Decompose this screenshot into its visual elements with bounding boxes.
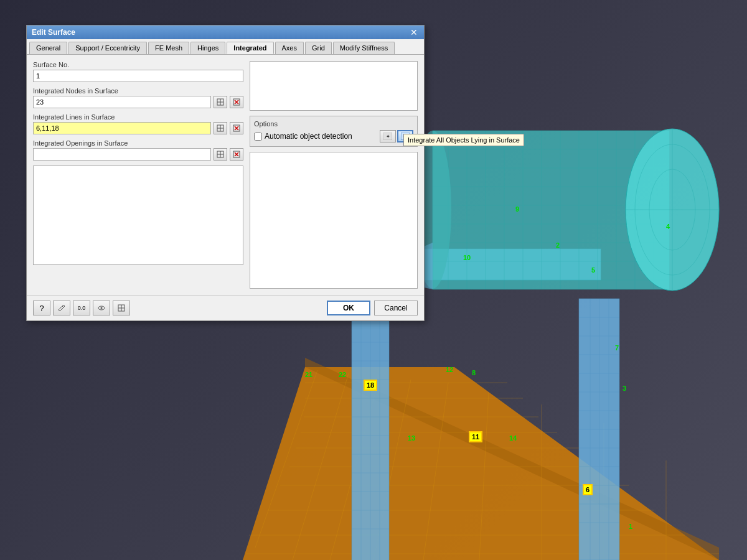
- scene-label-3: 3: [622, 385, 626, 392]
- integrated-openings-input[interactable]: [33, 148, 211, 161]
- svg-line-4: [330, 376, 380, 560]
- integrated-lines-pick-btn[interactable]: [214, 122, 227, 134]
- integrated-openings-pick-btn[interactable]: [214, 148, 227, 161]
- integrate-all-objects-btn[interactable]: ⊕: [397, 130, 413, 142]
- integrated-openings-input-row: [33, 148, 243, 161]
- close-button[interactable]: ✕: [409, 28, 419, 37]
- footer-left-buttons: ? 0.0: [33, 301, 130, 315]
- integrated-nodes-pick-btn[interactable]: [214, 96, 227, 108]
- scene-label-5: 5: [591, 266, 595, 274]
- integrated-lines-row: Integrated Lines in Surface: [33, 113, 243, 134]
- view-button[interactable]: [93, 301, 110, 315]
- scene-label-14: 14: [509, 434, 517, 442]
- tab-hinges[interactable]: Hinges: [190, 42, 225, 54]
- svg-point-82: [626, 129, 719, 291]
- scene-label-4: 4: [666, 223, 670, 230]
- edit-surface-dialog: Edit Surface ✕ General Support / Eccentr…: [26, 25, 425, 321]
- dialog-body: Surface No. Integrated Nodes in Surface: [27, 55, 424, 295]
- tab-fe-mesh[interactable]: FE Mesh: [148, 42, 189, 54]
- integrated-nodes-input[interactable]: [33, 96, 211, 108]
- auto-detect-label: Automatic object detection: [265, 132, 352, 141]
- svg-rect-59: [433, 131, 669, 289]
- numeric-button[interactable]: 0.0: [73, 301, 90, 315]
- svg-rect-60: [433, 131, 669, 289]
- tab-general[interactable]: General: [29, 42, 67, 54]
- right-bottom-empty: [250, 152, 418, 289]
- integrated-openings-delete-btn[interactable]: [230, 148, 243, 161]
- right-top-empty: [250, 61, 418, 111]
- extra-button[interactable]: [113, 301, 130, 315]
- scene-label-8: 8: [472, 369, 476, 376]
- scene-label-12: 12: [446, 366, 453, 373]
- scene-label-18: 18: [364, 380, 377, 391]
- integrated-nodes-input-row: [33, 96, 243, 108]
- tab-axes[interactable]: Axes: [275, 42, 304, 54]
- surface-no-row: Surface No.: [33, 61, 243, 82]
- large-empty-area: [33, 166, 243, 265]
- tab-integrated[interactable]: Integrated: [227, 42, 273, 54]
- svg-text:✦: ✦: [386, 134, 390, 139]
- cancel-button[interactable]: Cancel: [374, 301, 418, 315]
- svg-line-6: [423, 383, 448, 560]
- svg-point-86: [635, 144, 710, 275]
- surface-no-label: Surface No.: [33, 61, 243, 68]
- surface-no-input[interactable]: [33, 70, 243, 82]
- svg-rect-41: [579, 299, 619, 560]
- scene-label-11: 11: [469, 431, 482, 442]
- options-icon-group: ✦ ⊕: [380, 130, 413, 142]
- svg-point-113: [101, 307, 103, 309]
- main-content: Surface No. Integrated Nodes in Surface: [33, 61, 418, 289]
- svg-line-3: [293, 373, 349, 560]
- integrated-lines-label: Integrated Lines in Surface: [33, 113, 243, 121]
- tab-support-eccentricity[interactable]: Support / Eccentricity: [68, 42, 147, 54]
- options-label: Options: [254, 120, 413, 128]
- scene-label-21: 21: [305, 371, 312, 378]
- dialog-titlebar: Edit Surface ✕: [27, 26, 424, 39]
- auto-detect-checkbox[interactable]: [254, 133, 262, 141]
- scene-label-9: 9: [515, 205, 519, 213]
- svg-point-81: [626, 129, 719, 291]
- svg-line-5: [374, 380, 411, 560]
- footer-right-buttons: OK Cancel: [327, 301, 418, 315]
- integrated-nodes-row: Integrated Nodes in Surface: [33, 87, 243, 108]
- scene-label-13: 13: [408, 434, 415, 442]
- tab-modify-stiffness[interactable]: Modify Stiffness: [333, 42, 395, 54]
- integrated-lines-input[interactable]: [33, 122, 211, 134]
- ok-button[interactable]: OK: [327, 301, 370, 315]
- scene-label-7: 7: [615, 344, 619, 352]
- integrated-nodes-label: Integrated Nodes in Surface: [33, 87, 243, 95]
- scene-label-1: 1: [629, 523, 632, 530]
- integrated-openings-row: Integrated Openings in Surface: [33, 139, 243, 161]
- auto-detect-left: Automatic object detection: [254, 132, 352, 141]
- scene-label-2: 2: [556, 241, 560, 249]
- svg-line-2: [255, 370, 317, 548]
- auto-detect-row: Automatic object detection ✦ ⊕: [254, 130, 413, 142]
- options-group: Options Automatic object detection ✦ ⊕: [250, 116, 418, 147]
- svg-rect-40: [579, 299, 619, 560]
- tab-grid[interactable]: Grid: [305, 42, 332, 54]
- right-column: Options Automatic object detection ✦ ⊕: [250, 61, 418, 289]
- scene-label-6: 6: [583, 484, 593, 495]
- pick-from-model-btn[interactable]: ✦: [380, 130, 396, 142]
- left-column: Surface No. Integrated Nodes in Surface: [33, 61, 243, 289]
- svg-line-111: [62, 306, 63, 307]
- integrated-lines-delete-btn[interactable]: [230, 122, 243, 134]
- surface-no-input-row: [33, 70, 243, 82]
- help-button[interactable]: ?: [33, 301, 50, 315]
- dialog-footer: ? 0.0 OK Cancel: [27, 295, 424, 320]
- svg-text:⊕: ⊕: [403, 133, 408, 139]
- svg-marker-0: [243, 367, 719, 560]
- scene-label-22: 22: [339, 371, 346, 378]
- svg-point-85: [649, 169, 695, 250]
- integrated-lines-input-row: [33, 122, 243, 134]
- edit-button[interactable]: [53, 301, 70, 315]
- svg-line-7: [479, 392, 489, 560]
- scene-label-10: 10: [463, 254, 471, 261]
- integrated-nodes-delete-btn[interactable]: [230, 96, 243, 108]
- tabs-bar: General Support / Eccentricity FE Mesh H…: [27, 39, 424, 55]
- dialog-title: Edit Surface: [32, 28, 75, 37]
- integrated-openings-label: Integrated Openings in Surface: [33, 139, 243, 147]
